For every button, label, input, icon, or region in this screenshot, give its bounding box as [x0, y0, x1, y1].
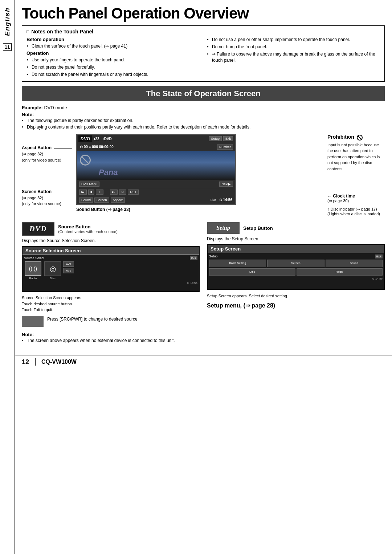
setup-sound-btn[interactable]: Sound — [326, 260, 383, 267]
source-icon-radio[interactable]: ((·)) Radio — [24, 261, 42, 280]
clock-page: (⇒ page 30) — [327, 199, 385, 203]
right-note-1: Do not bump the front panel. — [207, 44, 380, 50]
dvd-screen-diagram: Aspect Button (⇒ page 32) (only for vide… — [22, 134, 385, 216]
radio-label: Radio — [29, 277, 37, 280]
dvd-ui-row3: DVD Menu Next▶ — [77, 180, 235, 188]
source-time: ⊙ 14:56 — [187, 281, 197, 285]
setup-displays-text: Displays the Setup Screen. — [207, 236, 385, 241]
example-value: DVD mode — [44, 105, 67, 110]
operation-item-2: Do not scratch the panel with fingernail… — [26, 72, 200, 78]
prohibition-section: Prohibition Input is not possible becaus… — [327, 134, 385, 172]
setup-disc-btn[interactable]: Disc — [209, 268, 295, 276]
section-header: The State of Operation Screen — [22, 86, 385, 101]
dvd-source-logo[interactable]: DVD — [22, 222, 54, 236]
src-color-swatch — [22, 316, 44, 327]
dvd-source-label: DVD — [78, 135, 92, 142]
dvd-screen-center: DVD ♦22 ♪DVD Setup Exit ⊙ 00 ≡ 000 00:00… — [76, 134, 323, 212]
prohibition-overlay — [80, 155, 91, 166]
aspect-page: (⇒ page 32) — [22, 152, 43, 156]
note-label: Note: — [22, 112, 34, 117]
setup-column: Setup Setup Button Displays the Setup Sc… — [207, 222, 385, 309]
setup-btn-info: Setup Button — [243, 225, 273, 231]
dvd-screen-btn[interactable]: Screen — [94, 197, 109, 203]
source-selection-box: Source Selection Screen Source Select Ex… — [22, 246, 200, 292]
before-operation-item: Clean the surface of the touch panel. (⇒… — [26, 43, 200, 49]
sound-btn-text: Sound Button (⇒ page 33) — [76, 207, 130, 212]
source-screen-header: Source Selection Screen — [23, 247, 199, 255]
disc-icon-box: ◎ — [44, 261, 61, 276]
setup-screen-box: Setup Screen Setup Exit Basic Setting Sc… — [207, 244, 385, 290]
av1-btn[interactable]: AV1 — [63, 261, 74, 267]
dvd-spacer-btn — [105, 192, 109, 192]
sound-button-label: Sound Button (⇒ page 33) — [76, 207, 323, 212]
dvd-ret-btn[interactable]: RET — [128, 190, 139, 195]
main-content: Touch Panel Operation Overview Notes on … — [16, 0, 392, 351]
notes-content: Before operation Clean the surface of th… — [26, 37, 380, 78]
page-title: Touch Panel Operation Overview — [22, 5, 385, 22]
dvd-video-area: Pana — [77, 151, 235, 180]
dvd-ui: DVD ♦22 ♪DVD Setup Exit ⊙ 00 ≡ 000 00:00… — [76, 134, 236, 205]
dvd-ui-row1: DVD ♦22 ♪DVD Setup Exit — [77, 135, 235, 143]
example-label: Example: — [22, 105, 43, 110]
footer-page-number: 12 — [22, 358, 29, 366]
setup-exit-btn[interactable]: Exit — [375, 254, 383, 258]
source-time-row: ⊙ 14:56 — [24, 281, 197, 285]
note-lines: Note: The following picture is partly da… — [22, 112, 385, 130]
dvd-menu-btn[interactable]: DVD Menu — [79, 182, 99, 187]
source-icon-disc[interactable]: ◎ Disc — [44, 261, 62, 280]
radio-symbol: ((·)) — [29, 266, 37, 272]
footer-separator — [35, 358, 36, 366]
screen-right-labels: Prohibition Input is not possible becaus… — [323, 134, 385, 216]
setup-basic-btn[interactable]: Basic Setting — [209, 260, 266, 267]
setup-button-row: Setup Setup Button — [207, 222, 385, 234]
setup-screen-header: Setup Screen — [208, 245, 384, 253]
dvd-pause-btn[interactable]: ⏸ — [96, 190, 103, 195]
screen-left-labels: Aspect Button (⇒ page 32) (only for vide… — [22, 134, 76, 207]
right-note-2-text: ⇒ Failure to observe the above may damag… — [212, 52, 375, 63]
disc-symbol: ◎ — [50, 264, 56, 273]
right-note-0: Do not use a pen or other sharp implemen… — [207, 37, 380, 43]
av2-btn[interactable]: AV2 — [63, 268, 74, 273]
setup-logo[interactable]: Setup — [207, 222, 240, 234]
dvd-ui-row5: Sound Screen Aspect Flat ⊙ 14:56 — [77, 196, 235, 204]
setup-screen-btn[interactable]: Screen — [267, 260, 324, 267]
notes-heading: Notes on the Touch Panel — [26, 29, 380, 34]
setup-time: ⊙ 14:56 — [372, 277, 383, 280]
bottom-note-item-0: The screen above appears when no externa… — [22, 337, 385, 344]
setup-screen-content: Setup Exit Basic Setting Screen Sound Di… — [208, 253, 384, 289]
source-btn-info: Source Button (Content varies with each … — [58, 224, 118, 234]
dvd-aspect-btn[interactable]: Aspect — [111, 197, 125, 203]
radio-icon-box: ((·)) — [25, 261, 41, 276]
source-icons-row: ((·)) Radio ◎ Disc AV1 AV2 — [24, 261, 197, 280]
source-displays-text: Displays the Source Selection Screen. — [22, 238, 200, 243]
dvd-next-btn[interactable]: Next▶ — [219, 182, 233, 187]
dvd-prev-btn[interactable]: ⏮ — [79, 190, 87, 195]
setup-screen-label: Setup — [209, 254, 218, 258]
setup-radio-btn[interactable]: Radio — [297, 268, 383, 276]
source-setup-section: DVD Source Button (Content varies with e… — [22, 222, 385, 327]
source-exit-btn[interactable]: Exit — [190, 256, 197, 260]
dvd-ff-btn[interactable]: ⏭ — [110, 190, 118, 195]
dvd-stop-btn[interactable]: ■ — [88, 190, 94, 195]
aspect-button-label: Aspect Button (⇒ page 32) (only for vide… — [22, 145, 76, 163]
before-operation-label: Before operation — [26, 37, 200, 42]
dvd-clock: ⊙ 14:56 — [218, 198, 234, 202]
dvd-flat-label: Flat — [209, 198, 218, 202]
dvd-ui-row4: ⏮ ■ ⏸ ⏭ ↺ RET — [77, 188, 235, 196]
dvd-sound-btn[interactable]: Sound — [79, 197, 93, 203]
disc-label: ↑ Disc indicator (⇒ page 17) — [327, 207, 385, 212]
setup-grid-row2: Disc Radio — [209, 268, 383, 276]
panasonic-overlay: Pana — [99, 168, 118, 177]
dvd-exit-btn[interactable]: Exit — [223, 136, 233, 141]
aspect-note: (only for video source) — [22, 158, 61, 162]
notes-box: Notes on the Touch Panel Before operatio… — [22, 25, 385, 82]
disc-section: ↑ Disc indicator (⇒ page 17) (Lights whe… — [327, 207, 385, 216]
right-note-2: ⇒ Failure to observe the above may damag… — [207, 51, 380, 64]
source-column: DVD Source Button (Content varies with e… — [22, 222, 200, 327]
dvd-setup-btn[interactable]: Setup — [209, 136, 222, 141]
footer: 12 CQ-VW100W — [0, 355, 392, 369]
operation-item-1: Do not press the panel forcefully. — [26, 64, 200, 70]
dvd-rotate-btn[interactable]: ↺ — [119, 190, 126, 195]
dvd-number-btn[interactable]: Number — [217, 144, 233, 150]
press-src-section: Press [SRC/PWR] to change to desired sou… — [22, 316, 200, 327]
